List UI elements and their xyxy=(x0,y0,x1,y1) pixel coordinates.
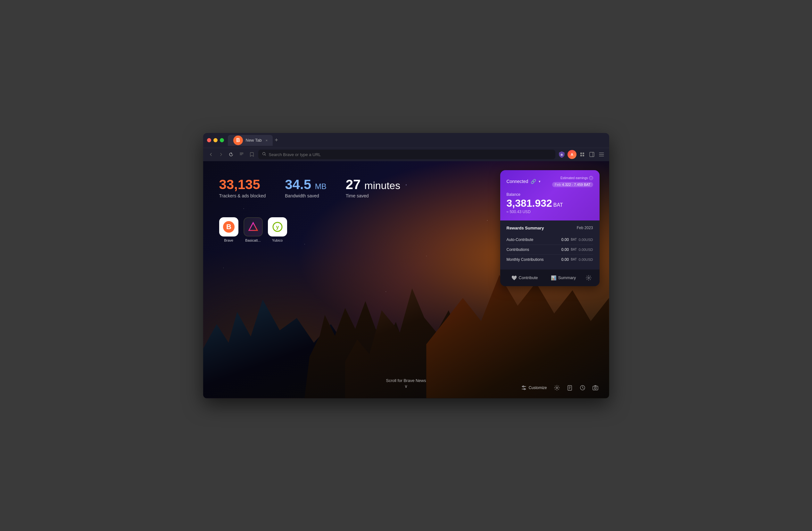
stats-row: 33,135 Trackers & ads blocked 34.5 MB Ba… xyxy=(219,177,401,198)
favorite-basicatt-icon xyxy=(244,217,263,236)
estimated-earnings: Estimated earnings ⓘ Feb 4.322 - 7.459 B… xyxy=(552,176,593,187)
rewards-tabs: 🤍 Contribute 📊 Summary xyxy=(500,270,599,286)
camera-button[interactable] xyxy=(589,383,601,392)
favorite-yubico-icon: y xyxy=(268,217,287,236)
favorite-yubico-label: Yubico xyxy=(272,239,282,242)
connected-status[interactable]: Connected 🔗 ▾ xyxy=(507,179,541,184)
history-icon xyxy=(580,385,585,391)
reload-button[interactable] xyxy=(228,150,235,158)
reading-list-button[interactable] xyxy=(564,383,576,392)
extensions-button[interactable] xyxy=(578,150,586,158)
svg-rect-7 xyxy=(580,155,582,156)
summary-row-contributions: Contributions 0.00 BAT 0.00USD xyxy=(507,245,593,255)
svg-text:y: y xyxy=(276,224,279,230)
summary-month: Feb 2023 xyxy=(577,226,593,230)
favorite-brave[interactable]: B Brave xyxy=(219,217,238,242)
stat-time: 27 minutes Time saved xyxy=(346,177,400,198)
contributions-bat: 0.00 xyxy=(562,247,569,252)
tab-summary[interactable]: 📊 Summary xyxy=(544,273,583,283)
nav-bar: B A xyxy=(203,148,609,161)
tab-label: New Tab xyxy=(246,138,262,143)
stats-container: 33,135 Trackers & ads blocked 34.5 MB Ba… xyxy=(219,177,401,205)
traffic-light-red[interactable] xyxy=(207,138,211,142)
svg-text:A: A xyxy=(571,153,573,156)
brave-rewards-button[interactable]: A xyxy=(567,150,577,159)
tab-contribute[interactable]: 🤍 Contribute xyxy=(505,273,544,283)
settings-button[interactable] xyxy=(551,383,563,392)
est-earnings-label: Estimated earnings ⓘ xyxy=(552,176,593,180)
monthly-bat: 0.00 xyxy=(562,257,569,262)
stat-trackers: 33,135 Trackers & ads blocked xyxy=(219,177,266,198)
auto-contribute-bat: 0.00 xyxy=(562,238,569,242)
monthly-label: Monthly Contributions xyxy=(507,257,544,262)
svg-text:B: B xyxy=(226,223,231,231)
new-tab-content: 33,135 Trackers & ads blocked 34.5 MB Ba… xyxy=(203,161,609,398)
bandwidth-value: 34.5 MB xyxy=(285,177,326,192)
summary-row-monthly: Monthly Contributions 0.00 BAT 0.00USD xyxy=(507,255,593,264)
contribute-icon: 🤍 xyxy=(511,275,517,281)
bandwidth-label: Bandwidth saved xyxy=(285,193,326,198)
sidebar-button[interactable] xyxy=(588,150,596,158)
summary-title: Rewards Summary xyxy=(507,226,544,230)
summary-icon: 📊 xyxy=(551,275,556,281)
forward-button[interactable] xyxy=(217,150,225,158)
address-bar[interactable] xyxy=(258,150,555,159)
svg-point-32 xyxy=(594,387,596,389)
traffic-light-yellow[interactable] xyxy=(214,138,218,142)
svg-marker-16 xyxy=(249,223,257,230)
new-tab-button[interactable]: + xyxy=(275,137,278,144)
contributions-label: Contributions xyxy=(507,247,530,252)
bottom-toolbar: Customize xyxy=(518,383,601,392)
scroll-arrow: ∨ xyxy=(404,384,408,389)
reading-list-button[interactable] xyxy=(238,150,245,158)
link-icon: 🔗 xyxy=(531,179,536,184)
monthly-bat-unit: BAT xyxy=(571,258,577,261)
info-icon[interactable]: ⓘ xyxy=(589,176,593,180)
rewards-summary: Rewards Summary Feb 2023 Auto-Contribute… xyxy=(500,220,599,270)
tab-new-tab[interactable]: B New Tab × xyxy=(228,135,273,146)
favorite-basicatt-label: Basicatt... xyxy=(245,239,261,242)
traffic-light-green[interactable] xyxy=(220,138,224,142)
history-button[interactable] xyxy=(577,383,589,392)
auto-contribute-label: Auto-Contribute xyxy=(507,238,534,242)
summary-label: Summary xyxy=(558,275,576,280)
connected-label: Connected xyxy=(507,179,528,184)
tab-close-button[interactable]: × xyxy=(266,139,267,142)
reading-list-icon xyxy=(567,385,572,391)
time-label: Time saved xyxy=(346,193,400,198)
favorites-container: B Brave xyxy=(219,217,287,242)
shields-button[interactable]: B xyxy=(558,150,566,158)
favorite-yubico[interactable]: y Yubico xyxy=(268,217,287,242)
time-value: 27 minutes xyxy=(346,177,400,192)
balance-usd: ≈ 500.43 USD xyxy=(507,210,593,214)
monthly-usd: 0.00USD xyxy=(579,258,593,261)
trackers-value: 33,135 xyxy=(219,177,266,192)
back-button[interactable] xyxy=(207,150,215,158)
address-input[interactable] xyxy=(269,152,551,157)
customize-button[interactable]: Customize xyxy=(518,383,550,392)
trackers-label: Trackers & ads blocked xyxy=(219,193,266,198)
rewards-header-top: Connected 🔗 ▾ Estimated earnings ⓘ Feb 4… xyxy=(507,176,593,187)
svg-rect-6 xyxy=(583,153,584,154)
est-earnings-badge: Feb 4.322 - 7.459 BAT xyxy=(552,182,593,187)
summary-header: Rewards Summary Feb 2023 xyxy=(507,226,593,230)
auto-contribute-usd: 0.00USD xyxy=(579,238,593,242)
auto-contribute-value: 0.00 BAT 0.00USD xyxy=(562,238,593,242)
svg-rect-31 xyxy=(593,386,598,390)
chevron-down-icon: ▾ xyxy=(539,180,540,184)
balance-amount: 3,381.932BAT xyxy=(507,198,593,208)
rewards-settings-button[interactable] xyxy=(583,272,594,284)
title-bar: B New Tab × + xyxy=(203,133,609,148)
favorite-basicatt[interactable]: Basicatt... xyxy=(244,217,263,242)
svg-point-25 xyxy=(556,387,557,388)
nav-icons-right: B A xyxy=(558,150,605,159)
scroll-text: Scroll for Brave News xyxy=(386,378,426,383)
contributions-usd: 0.00USD xyxy=(579,248,593,252)
search-icon xyxy=(262,152,266,157)
camera-icon xyxy=(593,385,598,391)
customize-icon xyxy=(521,385,527,391)
menu-button[interactable] xyxy=(598,150,605,158)
monthly-value: 0.00 BAT 0.00USD xyxy=(562,257,593,262)
favorite-brave-icon: B xyxy=(219,217,238,236)
bookmark-button[interactable] xyxy=(248,150,256,158)
